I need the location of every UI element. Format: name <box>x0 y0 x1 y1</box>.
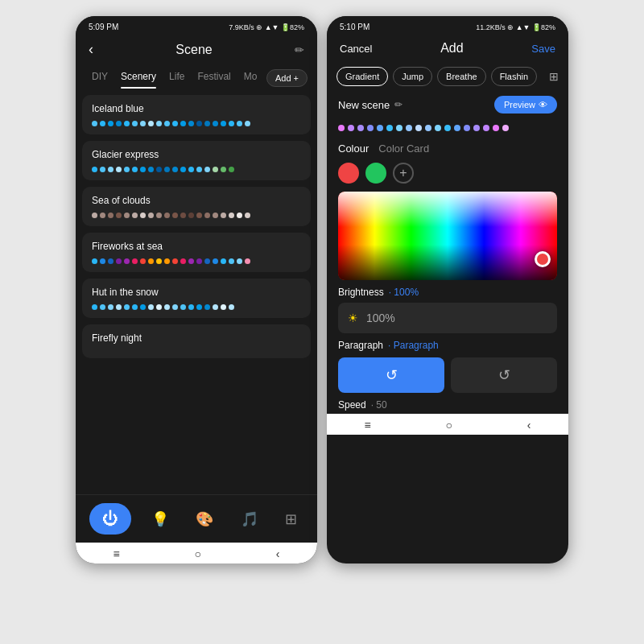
right-system-home-icon[interactable]: ○ <box>446 419 452 431</box>
scene-name-glacier: Glacier express <box>92 149 301 160</box>
nav-bulb[interactable]: 💡 <box>145 507 175 531</box>
scene-name-firefly: Firefly night <box>92 332 301 344</box>
bottom-nav: ⏻ 💡 🎨 🎵 ⊞ <box>76 494 317 543</box>
paragraph-value: · Paragraph <box>388 340 439 351</box>
brightness-label-row: Brightness · 100% <box>327 283 568 301</box>
scene-name-row: New scene ✏ Preview 👁 <box>327 91 568 118</box>
left-header: ‹ Scene ✏ <box>76 35 317 64</box>
cancel-button[interactable]: Cancel <box>340 43 372 55</box>
system-home-icon[interactable]: ○ <box>195 547 201 560</box>
paragraph-label: Paragraph <box>338 340 383 351</box>
tab-mo[interactable]: Mo <box>237 68 264 89</box>
hut-dots <box>92 304 301 310</box>
scene-card-iceland[interactable]: Iceland blue <box>82 95 311 134</box>
colour-card-label: Color Card <box>378 142 429 155</box>
nav-power[interactable]: ⏻ <box>89 503 131 535</box>
right-status-bar: 5:10 PM 11.2KB/s ⊕ ▲▼ 🔋82% <box>327 16 568 35</box>
scene-name-fireworks: Fireworks at sea <box>92 241 301 252</box>
left-phone: 5:09 PM 7.9KB/s ⊕ ▲▼ 🔋82% ‹ Scene ✏ DIY … <box>76 16 317 564</box>
mode-jump[interactable]: Jump <box>393 67 432 86</box>
brightness-label: Brightness <box>338 287 384 298</box>
preview-label: Preview <box>504 100 535 109</box>
color-picker-cursor[interactable] <box>535 251 551 267</box>
right-phone: 5:10 PM 11.2KB/s ⊕ ▲▼ 🔋82% Cancel Add Sa… <box>327 16 568 564</box>
right-time: 5:10 PM <box>340 23 369 31</box>
scene-title: Scene <box>175 43 212 57</box>
tab-life[interactable]: Life <box>163 68 191 89</box>
glacier-dots <box>92 167 301 172</box>
preview-eye-icon: 👁 <box>539 100 547 109</box>
scene-card-sea-clouds[interactable]: Sea of clouds <box>82 187 311 226</box>
scene-card-hut[interactable]: Hut in the snow <box>82 279 311 318</box>
grid-view-icon[interactable]: ⊞ <box>549 70 559 83</box>
tab-festival[interactable]: Festival <box>191 68 237 89</box>
scene-list: Iceland blue Glacier express Sea of clou… <box>76 89 317 494</box>
speed-value: · 50 <box>371 399 387 411</box>
left-system-bar: ≡ ○ ‹ <box>76 543 317 564</box>
add-color-button[interactable]: + <box>393 163 414 184</box>
repeat-button-2[interactable]: ↺ <box>451 357 557 393</box>
tab-diy[interactable]: DIY <box>85 68 114 89</box>
color-circles: + <box>327 158 568 188</box>
back-button[interactable]: ‹ <box>89 41 93 58</box>
sea-clouds-dots <box>92 213 301 218</box>
add-title: Add <box>440 41 463 56</box>
mode-gradient[interactable]: Gradient <box>336 67 388 86</box>
repeat-buttons: ↺ ↺ <box>327 354 568 396</box>
color-circle-green[interactable] <box>365 163 386 184</box>
brightness-bar[interactable]: ☀ 100% <box>338 303 557 333</box>
mode-flashin[interactable]: Flashin <box>491 67 537 86</box>
left-status-bar: 5:09 PM 7.9KB/s ⊕ ▲▼ 🔋82% <box>76 16 317 35</box>
colour-section: Colour Color Card <box>327 138 568 158</box>
right-header: Cancel Add Save <box>327 35 568 62</box>
mode-breathe[interactable]: Breathe <box>437 67 486 86</box>
edit-icon[interactable]: ✏ <box>295 43 304 56</box>
scene-card-fireworks[interactable]: Fireworks at sea <box>82 233 311 272</box>
scene-card-firefly[interactable]: Firefly night <box>82 324 311 358</box>
left-status-right: 7.9KB/s ⊕ ▲▼ 🔋82% <box>229 23 304 31</box>
brightness-sun-icon: ☀ <box>348 312 358 324</box>
speed-row: Speed · 50 <box>327 396 568 414</box>
repeat-button-1[interactable]: ↺ <box>338 357 444 393</box>
brightness-percent: 100% <box>366 312 395 324</box>
nav-palette[interactable]: 🎨 <box>189 507 220 531</box>
paragraph-row: Paragraph · Paragraph <box>327 336 568 354</box>
preview-button[interactable]: Preview 👁 <box>494 96 557 114</box>
brightness-value: · 100% <box>389 287 419 298</box>
scene-edit-icon[interactable]: ✏ <box>394 99 402 110</box>
iceland-dots <box>92 121 301 126</box>
system-menu-icon[interactable]: ≡ <box>113 547 119 560</box>
color-picker[interactable] <box>338 192 557 280</box>
right-system-bar: ≡ ○ ‹ <box>327 414 568 435</box>
fireworks-dots <box>92 258 301 264</box>
preview-dots <box>327 118 568 138</box>
add-scene-button[interactable]: Add + <box>266 69 308 87</box>
mode-tabs: Gradient Jump Breathe Flashin ⊞ <box>327 62 568 91</box>
nav-music[interactable]: 🎵 <box>234 507 265 531</box>
right-status-right: 11.2KB/s ⊕ ▲▼ 🔋82% <box>476 23 555 31</box>
system-back-icon[interactable]: ‹ <box>276 547 280 560</box>
color-circle-red[interactable] <box>338 163 359 184</box>
right-system-back-icon[interactable]: ‹ <box>527 419 531 431</box>
scene-name-hut: Hut in the snow <box>92 287 301 298</box>
tabs-row: DIY Scenery Life Festival Mo Add + <box>76 64 317 89</box>
nav-grid[interactable]: ⊞ <box>279 507 303 531</box>
colour-label: Colour <box>338 142 369 155</box>
tab-scenery[interactable]: Scenery <box>114 68 163 89</box>
left-time: 5:09 PM <box>89 23 118 31</box>
scene-card-glacier[interactable]: Glacier express <box>82 141 311 180</box>
scene-name-sea-clouds: Sea of clouds <box>92 195 301 206</box>
scene-name-iceland: Iceland blue <box>92 103 301 114</box>
scene-name-label: New scene <box>338 99 390 111</box>
speed-label: Speed <box>338 399 366 411</box>
save-button[interactable]: Save <box>531 43 555 55</box>
right-system-menu-icon[interactable]: ≡ <box>364 419 370 431</box>
